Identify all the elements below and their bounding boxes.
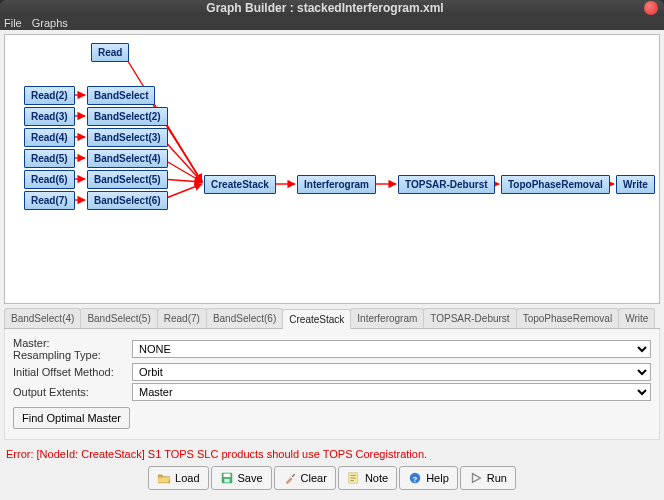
svg-rect-18 xyxy=(223,474,230,478)
tab-topophaseremoval[interactable]: TopoPhaseRemoval xyxy=(516,308,620,328)
node-bandselect4[interactable]: BandSelect(4) xyxy=(87,149,168,168)
extents-select[interactable]: Master xyxy=(132,383,651,401)
svg-rect-19 xyxy=(224,479,229,483)
tab-topsar-deburst[interactable]: TOPSAR-Deburst xyxy=(423,308,516,328)
node-bandselect[interactable]: BandSelect xyxy=(87,86,155,105)
note-button[interactable]: Note xyxy=(338,466,397,490)
tabs: BandSelect(4) BandSelect(5) Read(7) Band… xyxy=(4,308,660,329)
tab-interferogram[interactable]: Interferogram xyxy=(350,308,424,328)
node-bandselect3[interactable]: BandSelect(3) xyxy=(87,128,168,147)
load-button[interactable]: Load xyxy=(148,466,208,490)
offset-select[interactable]: Orbit xyxy=(132,363,651,381)
node-bandselect5[interactable]: BandSelect(5) xyxy=(87,170,168,189)
node-write[interactable]: Write xyxy=(616,175,655,194)
broom-icon xyxy=(283,471,297,485)
node-read[interactable]: Read xyxy=(91,43,129,62)
titlebar: Graph Builder : stackedInterferogram.xml xyxy=(0,0,664,16)
tab-write[interactable]: Write xyxy=(618,308,655,328)
note-icon xyxy=(347,471,361,485)
graph-edges xyxy=(5,35,659,303)
label-extents: Output Extents: xyxy=(13,386,128,398)
find-optimal-master-button[interactable]: Find Optimal Master xyxy=(13,407,130,429)
node-read6[interactable]: Read(6) xyxy=(24,170,75,189)
node-read3[interactable]: Read(3) xyxy=(24,107,75,126)
tab-bandselect4[interactable]: BandSelect(4) xyxy=(4,308,81,328)
node-bandselect6[interactable]: BandSelect(6) xyxy=(87,191,168,210)
window-title: Graph Builder : stackedInterferogram.xml xyxy=(6,1,644,15)
clear-button[interactable]: Clear xyxy=(274,466,336,490)
folder-open-icon xyxy=(157,471,171,485)
footer-buttons: Load Save Clear Note ? Help Run xyxy=(4,462,660,496)
node-read4[interactable]: Read(4) xyxy=(24,128,75,147)
node-createstack[interactable]: CreateStack xyxy=(204,175,276,194)
label-offset: Initial Offset Method: xyxy=(13,366,128,378)
node-read7[interactable]: Read(7) xyxy=(24,191,75,210)
menubar: File Graphs xyxy=(0,16,664,29)
node-interferogram[interactable]: Interferogram xyxy=(297,175,376,194)
close-icon[interactable] xyxy=(644,1,658,15)
node-bandselect2[interactable]: BandSelect(2) xyxy=(87,107,168,126)
node-topsar-deburst[interactable]: TOPSAR-Deburst xyxy=(398,175,495,194)
node-topophaseremoval[interactable]: TopoPhaseRemoval xyxy=(501,175,610,194)
tab-read7[interactable]: Read(7) xyxy=(157,308,207,328)
tab-createstack[interactable]: CreateStack xyxy=(282,309,351,329)
resampling-select[interactable]: NONE xyxy=(132,340,651,358)
tab-bandselect6[interactable]: BandSelect(6) xyxy=(206,308,283,328)
label-master-resampling: Master: Resampling Type: xyxy=(13,337,128,361)
form-panel: Master: Resampling Type: NONE Initial Of… xyxy=(4,329,660,440)
menu-file[interactable]: File xyxy=(4,17,22,29)
error-text: Error: [NodeId: CreateStack] S1 TOPS SLC… xyxy=(6,448,658,460)
help-icon: ? xyxy=(408,471,422,485)
node-read2[interactable]: Read(2) xyxy=(24,86,75,105)
menu-graphs[interactable]: Graphs xyxy=(32,17,68,29)
floppy-icon xyxy=(220,471,234,485)
graph-canvas[interactable]: Read Read(2) Read(3) Read(4) Read(5) Rea… xyxy=(4,34,660,304)
svg-text:?: ? xyxy=(413,475,418,484)
help-button[interactable]: ? Help xyxy=(399,466,458,490)
tab-bandselect5[interactable]: BandSelect(5) xyxy=(80,308,157,328)
node-read5[interactable]: Read(5) xyxy=(24,149,75,168)
run-button[interactable]: Run xyxy=(460,466,516,490)
play-icon xyxy=(469,471,483,485)
save-button[interactable]: Save xyxy=(211,466,272,490)
